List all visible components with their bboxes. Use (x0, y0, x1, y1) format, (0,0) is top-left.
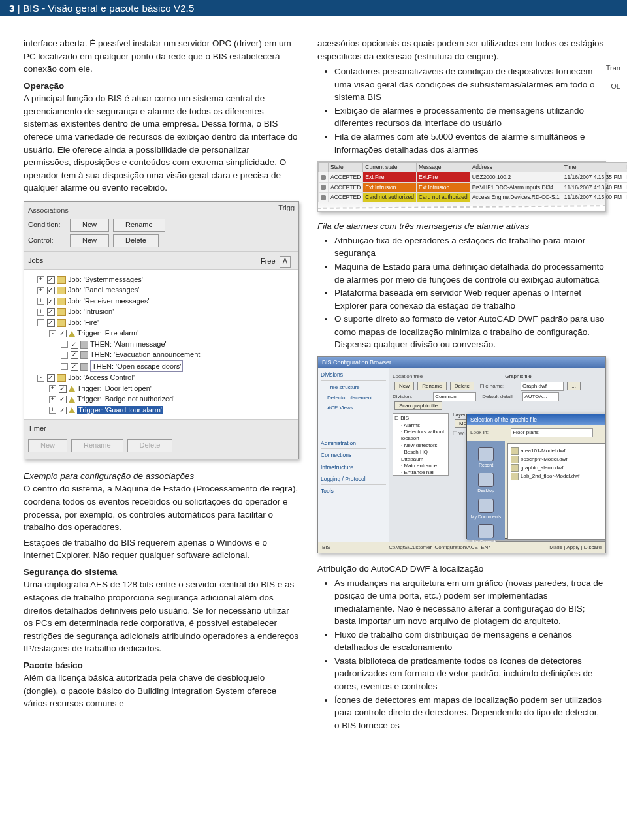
tree-item[interactable]: · New detectors (394, 443, 447, 449)
tree-item[interactable]: · Entrance hall (394, 469, 447, 476)
side-nav: Divisions Tree structure Detector placem… (318, 368, 389, 544)
timer-panel: Timer New Rename Delete (24, 419, 298, 459)
defaultdetail-label: Default detail (482, 393, 521, 401)
side-hdr-infra: Infrastructure (321, 463, 386, 473)
side-link[interactable]: Detector placement (321, 393, 386, 403)
side-hdr-conn: Connections (321, 451, 386, 461)
para-operacao: A principal função do BIS é atuar como u… (24, 92, 299, 194)
status-right: Made | Apply | Discard (549, 544, 602, 552)
loctree-delete-button[interactable]: Delete (450, 382, 474, 391)
tree-item[interactable]: THEN: 'Evacuation announcement' (27, 349, 296, 360)
timer-label: Timer (28, 424, 46, 432)
location-tree[interactable]: ⊟ BIS· Alarms· Detectors without locatio… (393, 413, 449, 476)
table-row[interactable]: ACCEPTEDCard not authorizedCard not auth… (319, 193, 628, 202)
tree-item[interactable]: -Job: 'Access Control' (27, 372, 296, 383)
para-seguranca: Uma criptografia AES de 128 bits entre o… (24, 578, 299, 655)
file-list[interactable]: area101-Model.dwfboschphf-Model.dwfgraph… (507, 443, 606, 540)
tree-item[interactable]: THEN: 'Open escape doors' (27, 360, 296, 373)
loctree-rename-button[interactable]: Rename (417, 382, 446, 391)
tree-item[interactable]: · Main entrance (394, 463, 447, 469)
status-bar: BIS C:\MgtS\Customer_Configuration\ACE_E… (318, 542, 605, 553)
assoc-right-label-3: Tran (606, 63, 620, 74)
assoc-right-label-1: Trigg (278, 203, 295, 213)
screenshot-config-browser: BIS Configuration Browser Divisions Tree… (317, 356, 606, 553)
condition-rename-button[interactable]: Rename (113, 219, 165, 232)
control-delete-button[interactable]: Delete (113, 234, 159, 247)
list-item: Exibição de alarmes e processamento de m… (334, 104, 606, 130)
assoc-right-label-2: Free A (261, 256, 295, 268)
file-item[interactable]: boschphf-Model.dwf (511, 456, 606, 463)
para-state-machine: O centro do sistema, a Máquina de Estado… (24, 482, 299, 533)
table-row[interactable]: ACCEPTEDExt.IntrusionExt.IntrusionBisVHF… (319, 182, 628, 192)
para-pacote: Além da licença básica autorizada pela c… (24, 672, 299, 710)
list-item: Contadores personalizáveis de condição d… (334, 65, 606, 104)
tree-item[interactable]: +Trigger: 'Badge not authorized' (27, 394, 296, 405)
status-mid: C:\MgtS\Customer_Configuration\ACE_EN4 (389, 544, 491, 552)
list-item: As mudanças na arquitetura em um gráfico… (334, 577, 606, 628)
timer-rename-button[interactable]: Rename (71, 439, 123, 452)
places-item[interactable]: Recent (467, 447, 505, 469)
tree-item[interactable]: -Trigger: 'Fire alarm' (27, 328, 296, 339)
lookin-label: Look in: (470, 429, 509, 437)
side-hdr-divisions: Divisions (321, 371, 386, 381)
torn-edge (318, 202, 605, 211)
places-bar: RecentDesktopMy DocumentsMy ComputerMy N… (467, 441, 505, 540)
tree-item[interactable]: +Trigger: 'Door left open' (27, 383, 296, 394)
condition-new-button[interactable]: New (70, 219, 109, 232)
jobs-tree[interactable]: Tran OL +Job: 'Systemmessages'+Job: 'Pan… (24, 270, 298, 420)
caption-associations: Exemplo para configuração de associações (24, 470, 299, 483)
file-item[interactable]: Lab_2nd_floor-Model.dwf (511, 473, 606, 480)
caption-alarm-queue: Fila de alarmes com três mensagens de al… (317, 220, 606, 233)
list-item: Fluxo de trabalho com distribuição de me… (334, 629, 606, 654)
division-select[interactable]: Common (433, 392, 476, 401)
list-item: Vasta biblioteca de praticamente todos o… (334, 655, 606, 693)
control-label: Control: (28, 236, 70, 246)
filename-input[interactable]: Graph.dwf (521, 382, 564, 391)
loctree-new-button[interactable]: New (394, 382, 414, 391)
tree-item[interactable]: · Detectors without location (394, 429, 447, 443)
assoc-top-panel: Associations Trigg Condition: New Rename… (24, 202, 298, 252)
col-header: Address (470, 163, 562, 172)
division-label: Division: (393, 393, 432, 401)
places-item[interactable]: Desktop (467, 473, 505, 494)
tree-item[interactable]: -Job: 'Fire' (27, 317, 296, 328)
heading-operacao: Operação (24, 80, 299, 93)
bullet-list-3: As mudanças na arquitetura em um gráfico… (317, 577, 606, 732)
content-columns: interface aberta. É possível instalar um… (0, 37, 627, 750)
filename-label: File name: (480, 382, 519, 390)
lookin-select[interactable]: Floor plans (511, 428, 593, 437)
defaultdetail-input[interactable]: AUTOA... (522, 392, 559, 401)
col-header (319, 163, 329, 172)
file-item[interactable]: graphic_alarm.dwf (511, 464, 606, 472)
side-link[interactable]: ACE Views (321, 403, 386, 413)
doc-title: BIS - Visão geral e pacote básico V2.5 (23, 3, 194, 14)
side-link[interactable]: Tree structure (321, 382, 386, 393)
tree-item[interactable]: +Job: 'Systemmessages' (27, 274, 296, 285)
timer-new-button[interactable]: New (28, 439, 67, 452)
list-item: Atribuição fixa de operadores a estações… (334, 234, 606, 260)
col-header: Location (624, 163, 627, 172)
list-item: Máquina de Estado para uma definição det… (334, 260, 606, 286)
tree-item[interactable]: +Job: 'Panel messages' (27, 285, 296, 296)
tree-item[interactable]: +Job: 'Intrusion' (27, 306, 296, 317)
tree-item[interactable]: +Job: 'Receiver messages' (27, 296, 296, 307)
tree-item[interactable]: +Trigger: 'Guard tour alarm' (27, 405, 296, 416)
table-row[interactable]: ACCEPTEDExt.FireExt.FireUEZ2000.100.211/… (319, 172, 628, 182)
col-header: Message (416, 163, 470, 172)
tree-item[interactable]: THEN: 'Alarm message' (27, 339, 296, 350)
places-item[interactable]: My Documents (467, 499, 505, 520)
status-left: BIS (322, 544, 330, 552)
control-new-button[interactable]: New (70, 234, 109, 247)
timer-delete-button[interactable]: Delete (127, 439, 173, 452)
left-column: interface aberta. É possível instalar um… (24, 37, 299, 737)
heading-pacote: Pacote básico (24, 659, 299, 672)
col-header: Current state (363, 163, 417, 172)
tree-item[interactable]: · Alarms (394, 422, 447, 429)
tree-item[interactable]: · Bosch HQ Ettabaum (394, 449, 447, 463)
browse-button[interactable]: ... (567, 382, 581, 391)
scan-button[interactable]: Scan graphic file (394, 401, 442, 411)
list-item: Fila de alarmes com até 5.000 eventos de… (334, 131, 606, 156)
file-item[interactable]: area101-Model.dwf (511, 447, 606, 455)
config-main: Location tree Graphic file New Rename De… (389, 368, 605, 544)
screenshot-alarm-queue: StateCurrent stateMessageAddressTimeLoca… (317, 161, 606, 212)
